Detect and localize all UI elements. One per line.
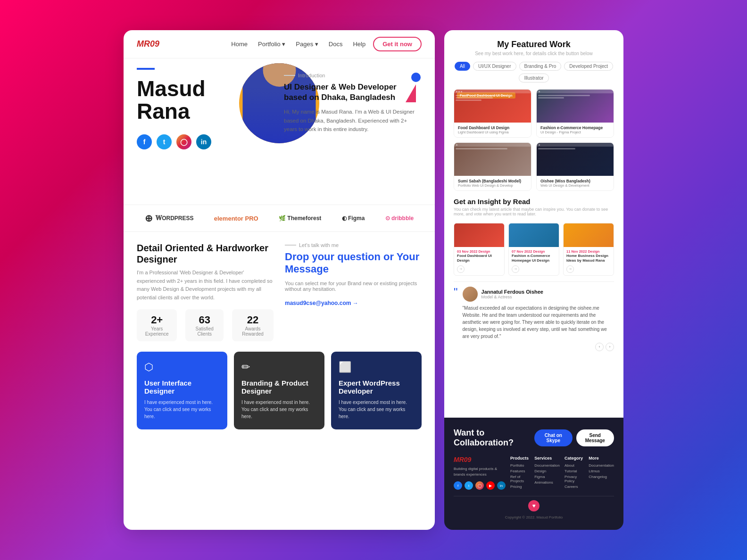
blog-title: Get an Insight by Read — [454, 198, 614, 206]
filter-illustrator[interactable]: Illustrator — [519, 74, 548, 82]
mock-dot — [461, 91, 462, 92]
footer-products-col: Products Portfolio Features Ref of Proje… — [510, 456, 530, 490]
mock-line — [456, 99, 481, 101]
footer-item-about[interactable]: About — [564, 463, 584, 468]
footer-linkedin[interactable]: in — [497, 481, 506, 490]
mock-dot — [456, 144, 457, 146]
nav-help[interactable]: Help — [353, 41, 365, 48]
filter-tabs: All UI/UX Designer Branding & Pro Develo… — [454, 62, 614, 82]
blog-date-fashion: 07 Nov 2022 Design — [512, 249, 556, 254]
footer-item-doc2[interactable]: Documentation — [589, 463, 614, 468]
mid-left-title: Detail Oriented & Hardworker Designer — [137, 242, 274, 265]
portfolio-item-fashion[interactable]: Fashion e-Commerce Homepage UI Design - … — [536, 89, 614, 138]
portfolio-img-oishee — [537, 143, 614, 176]
footer-item-portfolio[interactable]: Portfolio — [510, 463, 530, 468]
blog-item-home[interactable]: 11 Nov 2022 Design Home Business Design … — [563, 223, 614, 276]
footer-item-figma[interactable]: Figma — [534, 475, 560, 479]
footer-socials: f t ◯ ▶ in — [454, 481, 506, 490]
mock-line — [456, 148, 507, 149]
footer-item-litmus[interactable]: Litmus — [589, 469, 614, 473]
intro-label: Introduction — [284, 73, 422, 78]
chat-skype-button[interactable]: Chat on Skype — [534, 429, 572, 446]
footer-item-ref[interactable]: Ref of Projects — [510, 475, 530, 483]
portfolio-item-food[interactable]: FastFood Dashboard UI Design — [454, 89, 531, 138]
mid-left: Detail Oriented & Hardworker Designer I'… — [137, 242, 274, 341]
blog-date-food: 03 Nov 2022 Design — [457, 249, 501, 254]
filter-branding[interactable]: Branding & Pro — [519, 62, 562, 71]
portfolio-img-fashion — [537, 90, 614, 123]
portfolio-item-oishee[interactable]: Oishee (Miss Bangladesh) Web UI Design &… — [536, 142, 614, 191]
nav-pages[interactable]: Pages ▾ — [296, 41, 318, 48]
footer-heart-icon: ♥ — [528, 500, 540, 511]
testimonial-prev[interactable]: ‹ — [595, 343, 604, 351]
portfolio-label-oishee: Oishee (Miss Bangladesh) Web UI Design &… — [537, 176, 614, 190]
mock-dot — [539, 91, 540, 92]
mock-browser-food — [454, 90, 531, 123]
nav-home[interactable]: Home — [231, 41, 248, 48]
hero-left: Masud Rana f t ◯ in — [137, 68, 274, 149]
blog-img-food — [454, 223, 504, 247]
twitter-icon[interactable]: t — [157, 134, 172, 149]
portfolio-grid: FastFood Dashboard UI Design — [454, 89, 614, 191]
brand-dribbble-label: ⊙ dribbble — [385, 215, 414, 222]
mock-line — [538, 95, 590, 96]
linkedin-icon[interactable]: in — [196, 134, 211, 149]
portfolio-item-sumi[interactable]: Sumi Sabah (Bangladeshi Model) Portfolio… — [454, 142, 531, 191]
footer-products-title: Products — [510, 456, 530, 461]
portfolio-img-sumi — [454, 143, 531, 176]
mock-line — [456, 95, 507, 96]
footer-item-tutorial[interactable]: Tutorial — [564, 469, 584, 473]
blog-subtitle: You can check my latest article that may… — [454, 207, 614, 216]
brand-themeforest-label: 🌿 Themeforest — [279, 215, 321, 222]
brand-elementor: elementor PRO — [214, 215, 258, 222]
footer-item-privacy[interactable]: Privacy Policy — [564, 475, 584, 483]
hero-subtitle: UI Designer & Web Developer based on Dha… — [284, 82, 422, 103]
send-message-button[interactable]: Send Message — [576, 429, 614, 446]
blog-arrow-food[interactable]: → — [457, 265, 465, 273]
footer-item-changelog[interactable]: Changelog — [589, 475, 614, 479]
card-ui-title: User Interface Designer — [144, 379, 220, 395]
footer-item-animations[interactable]: Animations — [534, 480, 560, 485]
stat-experience-label: Years Experience — [143, 326, 170, 337]
blog-item-fashion[interactable]: 07 Nov 2022 Design Fashion e-Commerce Ho… — [508, 223, 559, 276]
mock-bar — [537, 143, 614, 147]
filter-all[interactable]: All — [455, 62, 470, 71]
blog-item-title-food: Food Dashboard UI Design — [457, 254, 501, 264]
card-wordpress-text: I have experienced most in here. You can… — [339, 399, 414, 420]
blog-arrow-fashion[interactable]: → — [512, 265, 519, 273]
mid-right: Let's talk with me Drop your question or… — [285, 242, 422, 341]
footer-instagram[interactable]: ◯ — [475, 481, 484, 490]
footer-item-careers[interactable]: Careers — [564, 485, 584, 489]
nav-docs[interactable]: Docs — [329, 41, 343, 48]
blog-arrow-home[interactable]: → — [566, 265, 574, 273]
instagram-icon[interactable]: ◯ — [176, 134, 191, 149]
cards-row: ⬡ User Interface Designer I have experie… — [124, 352, 435, 440]
footer-facebook[interactable]: f — [454, 481, 462, 490]
footer-item-features[interactable]: Features — [510, 469, 530, 473]
testimonial-content: Jannatul Ferdous Oishee Model & Actress … — [463, 287, 614, 351]
nav-cta-button[interactable]: Get it now — [373, 37, 422, 51]
footer-grid: MR09 Building digital products & brands … — [454, 456, 614, 490]
email-link[interactable]: masud9cse@yahoo.com → — [285, 300, 358, 306]
footer-item-pricing[interactable]: Pricing — [510, 485, 530, 489]
footer-youtube[interactable]: ▶ — [486, 481, 495, 490]
card-branding: ✏ Branding & Product Designer I have exp… — [234, 352, 324, 429]
right-top: My Featured Work See my best work here, … — [444, 30, 623, 418]
blog-item-food[interactable]: 03 Nov 2022 Design Food Dashboard UI Des… — [454, 223, 505, 276]
footer-item-docs[interactable]: Documentation — [534, 463, 560, 468]
nav-portfolio[interactable]: Portfolio ▾ — [258, 41, 285, 48]
footer-brand-col: MR09 Building digital products & brands … — [454, 456, 506, 490]
testimonial-avatar — [463, 287, 478, 302]
stat-awards-label: Awards Rewarded — [239, 326, 267, 337]
mock-line — [538, 148, 575, 149]
mock-body — [537, 147, 614, 176]
mock-body — [454, 93, 531, 123]
mock-bar — [537, 90, 614, 93]
facebook-icon[interactable]: f — [137, 134, 152, 149]
testimonial-next[interactable]: › — [606, 343, 614, 351]
filter-developed[interactable]: Developed Project — [564, 62, 613, 71]
footer-item-design[interactable]: Design — [534, 469, 560, 473]
footer-twitter[interactable]: t — [465, 481, 473, 490]
mock-dot — [458, 91, 460, 92]
filter-uiux[interactable]: UI/UX Designer — [473, 62, 516, 71]
